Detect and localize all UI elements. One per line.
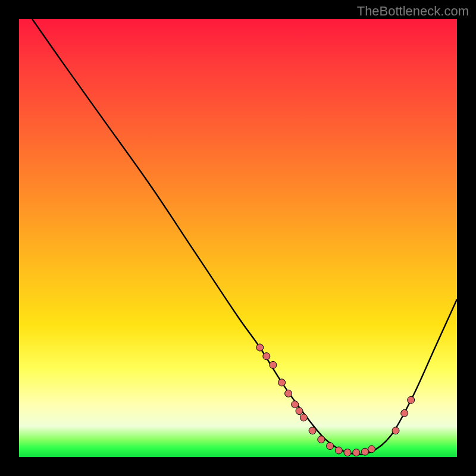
curve-marker <box>361 448 368 455</box>
curve-marker <box>368 446 375 453</box>
chart-svg <box>19 19 457 457</box>
curve-marker <box>278 379 286 386</box>
curve-marker <box>263 353 270 360</box>
curve-marker <box>408 396 415 403</box>
curve-marker <box>296 408 303 415</box>
watermark-text: TheBottleneck.com <box>357 4 469 19</box>
curve-marker <box>270 361 277 368</box>
curve-marker <box>318 436 325 443</box>
curve-marker <box>292 401 299 408</box>
curve-markers <box>256 344 415 456</box>
bottleneck-curve <box>32 19 457 455</box>
curve-marker <box>309 427 316 434</box>
curve-marker <box>401 409 408 416</box>
curve-marker <box>353 449 360 456</box>
curve-marker <box>392 427 399 434</box>
curve-marker <box>285 390 292 397</box>
curve-marker <box>344 449 351 456</box>
plot-area <box>19 19 457 457</box>
curve-marker <box>256 344 264 351</box>
curve-marker <box>335 447 342 454</box>
curve-marker <box>327 443 334 450</box>
chart-container: TheBottleneck.com <box>0 0 476 476</box>
curve-marker <box>300 414 307 421</box>
